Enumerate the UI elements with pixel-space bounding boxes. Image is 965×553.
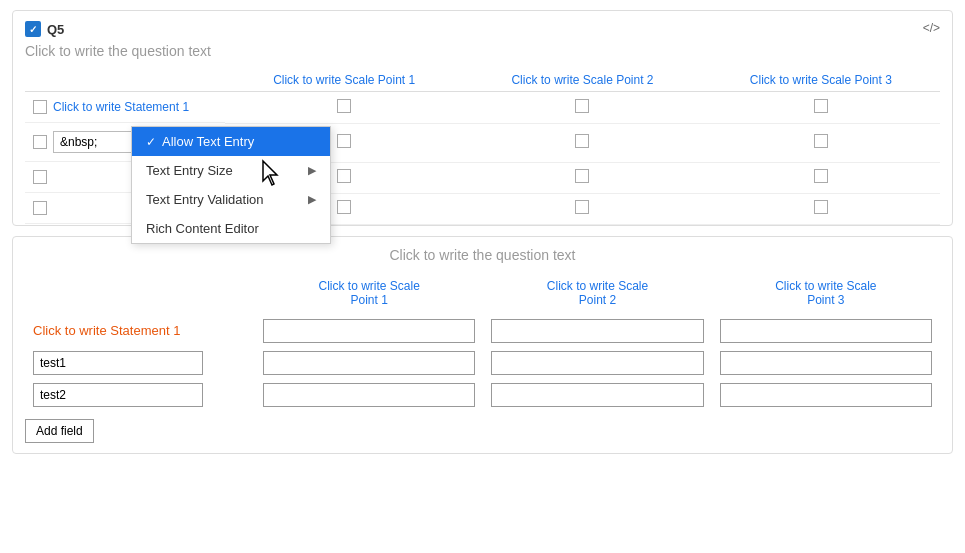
- row-checkbox-3[interactable]: [33, 170, 47, 184]
- scale-col-header-1: Click to write Scale Point 1: [263, 279, 475, 307]
- bottom-scale-point-3-header[interactable]: Click to write Scale Point 3: [712, 275, 940, 315]
- scale-point-3-header[interactable]: Click to write Scale Point 3: [702, 69, 940, 92]
- scale-cell-2-1[interactable]: [337, 134, 351, 148]
- arrow-icon: ▶: [308, 164, 316, 177]
- statement-col-header: [25, 69, 225, 92]
- arrow-icon-2: ▶: [308, 193, 316, 206]
- scale-cell-1-2[interactable]: [575, 99, 589, 113]
- scale-cell-4-2[interactable]: [575, 200, 589, 214]
- scale-cell-3-1[interactable]: [337, 169, 351, 183]
- scale-cell-4-1[interactable]: [337, 200, 351, 214]
- table-row: Click to write Statement 1: [25, 315, 940, 347]
- scale-cell-3-3[interactable]: [814, 169, 828, 183]
- statement-row-3: [33, 166, 47, 188]
- question-text-placeholder[interactable]: Click to write the question text: [25, 43, 940, 59]
- menu-item-label-validation: Text Entry Validation: [146, 192, 264, 207]
- check-mark-icon: ✓: [146, 135, 156, 149]
- row-checkbox[interactable]: [33, 100, 47, 114]
- statement-placeholder-label[interactable]: Click to write Statement 1: [33, 323, 180, 338]
- statement-text-input[interactable]: [53, 131, 143, 153]
- dropdown-item-rich-content-editor[interactable]: Rich Content Editor: [132, 214, 330, 243]
- scale-point-1-header[interactable]: Click to write Scale Point 1: [225, 69, 463, 92]
- bottom-text-input-2-1[interactable]: [263, 351, 475, 375]
- question-number: Q5: [47, 22, 64, 37]
- statement-row-4: [33, 197, 47, 219]
- bottom-scale-point-2-header[interactable]: Click to write Scale Point 2: [483, 275, 711, 315]
- dropdown-item-text-entry-size[interactable]: Text Entry Size ▶: [132, 156, 330, 185]
- scale-cell-2-3[interactable]: [814, 134, 828, 148]
- statement-label: Click to write Statement 1: [53, 100, 189, 114]
- scale-point-2-header[interactable]: Click to write Scale Point 2: [463, 69, 701, 92]
- bottom-text-input-2-3[interactable]: [720, 351, 932, 375]
- bottom-statement-col-header: [25, 275, 255, 315]
- bottom-text-input-1-1[interactable]: [263, 319, 475, 343]
- scale-cell-3-2[interactable]: [575, 169, 589, 183]
- scale-cell-4-3[interactable]: [814, 200, 828, 214]
- table-row: [25, 379, 940, 411]
- bottom-text-input-2-2[interactable]: [491, 351, 703, 375]
- add-field-button[interactable]: Add field: [25, 419, 94, 443]
- question-checkbox[interactable]: ✓: [25, 21, 41, 37]
- bottom-text-input-1-2[interactable]: [491, 319, 703, 343]
- dropdown-item-text-entry-validation[interactable]: Text Entry Validation ▶: [132, 185, 330, 214]
- bottom-question-section: Click to write the question text Click t…: [12, 236, 953, 454]
- top-question-card: ✓ Q5 </> Click to write the question tex…: [12, 10, 953, 226]
- scale-col-header-2: Click to write Scale Point 2: [491, 279, 703, 307]
- row-checkbox-4[interactable]: [33, 201, 47, 215]
- bottom-text-input-3-3[interactable]: [720, 383, 932, 407]
- bottom-text-input-1-3[interactable]: [720, 319, 932, 343]
- table-row: Click to write Statement 1: [25, 92, 940, 124]
- menu-item-label: Allow Text Entry: [162, 134, 254, 149]
- bottom-scale-point-1-header[interactable]: Click to write Scale Point 1: [255, 275, 483, 315]
- table-row: [25, 347, 940, 379]
- scale-cell-1-3[interactable]: [814, 99, 828, 113]
- scale-cell-1-1[interactable]: [337, 99, 351, 113]
- bottom-text-input-3-1[interactable]: [263, 383, 475, 407]
- scale-col-header-3: Click to write Scale Point 3: [720, 279, 932, 307]
- card-header: ✓ Q5 </>: [25, 21, 940, 37]
- scale-cell-2-2[interactable]: [575, 134, 589, 148]
- scale-table-bottom: Click to write Scale Point 1 Click to wr…: [25, 275, 940, 411]
- bottom-question-text[interactable]: Click to write the question text: [25, 247, 940, 263]
- menu-item-label-rce: Rich Content Editor: [146, 221, 259, 236]
- menu-item-label-size: Text Entry Size: [146, 163, 233, 178]
- statement-row-1: Click to write Statement 1: [33, 96, 189, 118]
- dropdown-item-allow-text-entry[interactable]: ✓Allow Text Entry: [132, 127, 330, 156]
- row-checkbox-2[interactable]: [33, 135, 47, 149]
- statement-input-test2[interactable]: [33, 383, 203, 407]
- code-icon[interactable]: </>: [923, 21, 940, 35]
- dropdown-menu: ✓Allow Text Entry Text Entry Size ▶ Text…: [131, 126, 331, 244]
- statement-input-test1[interactable]: [33, 351, 203, 375]
- question-badge: ✓ Q5: [25, 21, 64, 37]
- bottom-text-input-3-2[interactable]: [491, 383, 703, 407]
